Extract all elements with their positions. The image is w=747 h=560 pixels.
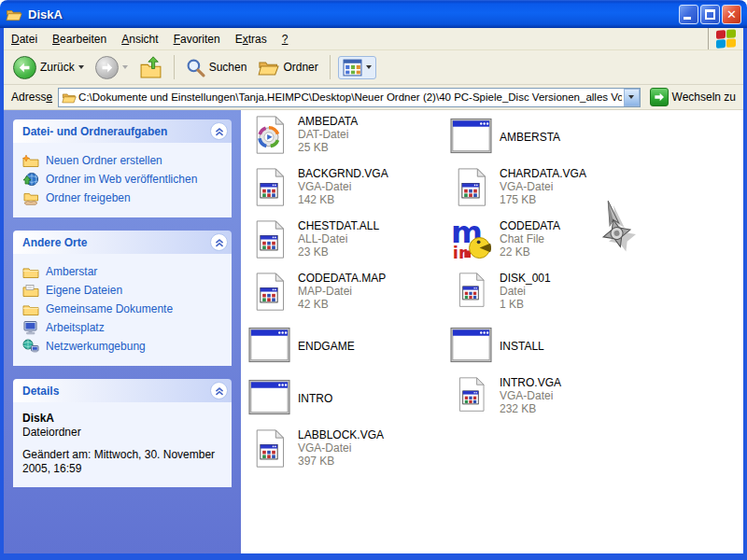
file-tile[interactable]: ENDGAME	[247, 323, 445, 368]
back-button[interactable]: Zurück	[9, 54, 88, 81]
file-tile[interactable]: BACKGRND.VGAVGA-Datei142 KB	[247, 166, 445, 218]
collapse-button[interactable]	[210, 382, 228, 399]
menu-datei[interactable]: Datei	[4, 28, 45, 49]
titlebar[interactable]: DiskA ✕	[0, 0, 747, 28]
maximize-button[interactable]	[700, 5, 720, 24]
close-button[interactable]: ✕	[722, 5, 741, 24]
chevron-up-icon	[212, 235, 227, 250]
system-file-icon	[247, 166, 290, 209]
address-folder-icon	[62, 91, 77, 104]
up-button[interactable]	[135, 54, 166, 81]
file-tile[interactable]: INTRO.VGAVGA-Datei232 KB	[449, 375, 647, 427]
panel-title: Datei- und Ordneraufgaben	[22, 125, 167, 138]
toolbar-separator	[174, 55, 175, 79]
task-publish-web[interactable]: Ordner im Web veröffentlichen	[22, 170, 226, 189]
toolbar-separator	[330, 55, 331, 79]
forward-dropdown-caret[interactable]	[122, 65, 128, 69]
task-share-folder[interactable]: Ordner freigeben	[22, 189, 226, 207]
mirc-icon	[449, 218, 492, 259]
dos-app-icon	[449, 327, 492, 364]
system-file-icon	[247, 218, 290, 261]
views-dropdown-caret[interactable]	[366, 65, 372, 69]
windows-flag-icon	[716, 29, 737, 49]
collapse-button[interactable]	[210, 233, 228, 251]
file-tile[interactable]: INSTALL	[449, 323, 647, 368]
file-size: 1 KB	[500, 298, 551, 311]
folders-button[interactable]: Ordner	[254, 57, 321, 77]
back-label: Zurück	[40, 61, 75, 74]
task-new-folder[interactable]: Neuen Ordner erstellen	[22, 151, 226, 170]
address-input[interactable]	[77, 91, 623, 103]
file-tile[interactable]: CHARDATA.VGAVGA-Datei175 KB	[449, 166, 647, 218]
go-arrow-icon	[650, 88, 669, 106]
file-tile[interactable]: AMBEDATADAT-Datei25 KB	[247, 114, 445, 166]
address-dropdown-button[interactable]	[624, 89, 640, 106]
chevron-up-icon	[212, 384, 227, 399]
file-tile[interactable]: INTRO	[247, 375, 445, 420]
media-file-icon	[247, 114, 290, 157]
file-tile[interactable]: DISK_001Datei1 KB	[449, 271, 647, 323]
place-arbeitsplatz[interactable]: Arbeitsplatz	[22, 318, 226, 337]
file-type: VGA-Datei	[298, 180, 388, 193]
file-name: AMBEDATA	[298, 114, 358, 128]
collapse-button[interactable]	[210, 122, 228, 140]
panel-header-details[interactable]: Details	[13, 379, 232, 402]
file-size: 23 KB	[298, 245, 379, 259]
address-bar: Adresse Wechseln zu	[4, 85, 743, 110]
minimize-button[interactable]	[679, 5, 698, 24]
menu-bearbeiten[interactable]: Bearbeiten	[45, 28, 114, 49]
forward-button[interactable]	[92, 54, 132, 81]
file-type: MAP-Datei	[298, 285, 386, 298]
details-folder-type: Dateiordner	[22, 426, 224, 440]
views-button[interactable]	[338, 56, 376, 79]
file-tile[interactable]: AMBERSTA	[449, 114, 647, 159]
toolbar: Zurück Suchen Ordner	[4, 50, 743, 85]
windows-logo	[708, 28, 743, 49]
folders-label: Ordner	[283, 61, 317, 74]
search-button[interactable]: Suchen	[182, 56, 251, 79]
menu-favoriten[interactable]: Favoriten	[166, 28, 228, 49]
go-button[interactable]: Wechseln zu	[646, 88, 740, 106]
dos-app-icon	[247, 379, 290, 416]
share-folder-icon	[22, 191, 39, 205]
menu-bar: Datei Bearbeiten Ansicht Favoriten Extra…	[4, 28, 743, 50]
file-size: 25 KB	[298, 141, 358, 154]
file-tile[interactable]: LABBLOCK.VGAVGA-Datei397 KB	[247, 427, 445, 480]
menu-hilfe[interactable]: ?	[275, 28, 296, 49]
file-name: DISK_001	[500, 271, 551, 285]
panel-details: Details DiskA Dateiordner Geändert am: M…	[13, 379, 232, 487]
panel-header-tasks[interactable]: Datei- und Ordneraufgaben	[13, 119, 232, 143]
system-file-icon	[247, 427, 290, 470]
system-file-icon	[247, 271, 290, 314]
file-tile[interactable]: CODEDATAChat File22 KB	[449, 218, 647, 271]
place-eigene-dateien[interactable]: Eigene Dateien	[22, 281, 226, 300]
address-combo[interactable]	[58, 88, 640, 107]
file-name: ENDGAME	[298, 339, 355, 353]
place-gemeinsame-dokumente[interactable]: Gemeinsame Dokumente	[22, 300, 226, 318]
publish-web-icon	[22, 172, 39, 187]
up-folder-icon	[139, 56, 162, 79]
file-name: CODEDATA.MAP	[298, 271, 386, 285]
file-name: BACKGRND.VGA	[298, 166, 388, 180]
computer-icon	[22, 320, 39, 335]
file-tile[interactable]: CHESTDAT.ALLALL-Datei23 KB	[247, 218, 445, 271]
file-list-area[interactable]: AMBEDATADAT-Datei25 KB AMBERSTA BACKGRND…	[241, 110, 743, 553]
system-file-icon	[449, 271, 492, 310]
menu-extras[interactable]: Extras	[228, 28, 275, 49]
panel-header-places[interactable]: Andere Orte	[13, 231, 232, 254]
network-icon	[22, 339, 39, 354]
file-type: VGA-Datei	[500, 389, 561, 402]
minimize-icon	[684, 17, 691, 20]
panel-title: Andere Orte	[22, 236, 87, 249]
file-tile[interactable]: CODEDATA.MAPMAP-Datei42 KB	[247, 271, 445, 323]
file-type: Chat File	[500, 232, 560, 245]
views-icon	[343, 59, 362, 77]
file-size: 397 KB	[298, 455, 384, 468]
file-type: Datei	[500, 285, 551, 298]
place-amberstar[interactable]: Amberstar	[22, 262, 226, 281]
dos-app-icon	[449, 118, 492, 155]
menu-ansicht[interactable]: Ansicht	[114, 28, 165, 49]
file-name: CHESTDAT.ALL	[298, 218, 379, 232]
back-dropdown-caret[interactable]	[78, 65, 84, 69]
place-netzwerkumgebung[interactable]: Netzwerkumgebung	[22, 337, 226, 356]
